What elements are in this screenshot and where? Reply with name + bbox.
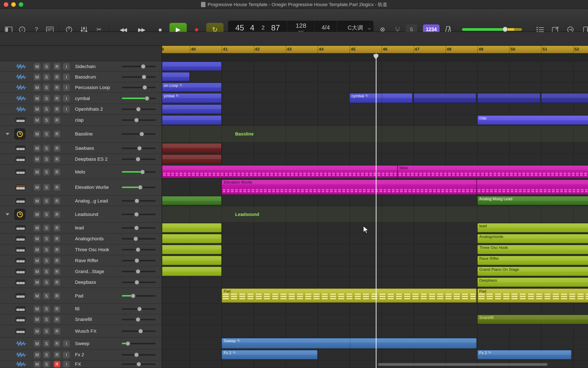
mute-button[interactable]: M <box>34 184 41 191</box>
record-enable-button[interactable]: R <box>54 95 61 101</box>
arrange-row-analogchords[interactable]: Analogchords <box>162 234 588 245</box>
slider-thumb[interactable] <box>142 85 147 90</box>
slider-thumb[interactable] <box>140 132 144 136</box>
record-enable-button[interactable]: R <box>54 184 61 191</box>
arrange-row-pad[interactable]: PadPad <box>162 288 588 304</box>
solo-button[interactable]: S <box>43 328 50 335</box>
slider-thumb[interactable] <box>137 362 141 366</box>
input-monitor-button[interactable]: I <box>63 95 70 101</box>
region-pad[interactable]: Pad <box>222 288 477 303</box>
region-ymbal[interactable]: ymbal↻ <box>162 93 222 103</box>
region-on-loop[interactable]: on Loop↻ <box>162 83 222 92</box>
slider-thumb[interactable] <box>134 199 139 203</box>
region-three-osc-hook[interactable]: Three Osc Hook <box>477 245 588 254</box>
track-header-melo[interactable]: MSRMelo <box>0 165 162 179</box>
track-header-cymbal[interactable]: MSRIcymbal <box>0 93 162 104</box>
mute-button[interactable]: M <box>34 73 41 80</box>
slider-thumb[interactable] <box>136 269 140 274</box>
arrange-row-three-osc-hook[interactable]: Three Osc Hook <box>162 245 588 255</box>
input-monitor-button[interactable]: I <box>63 361 70 367</box>
mute-button[interactable]: M <box>34 257 41 264</box>
region-analogchords[interactable]: Analogchords <box>477 234 588 243</box>
mute-button[interactable]: M <box>34 292 41 299</box>
mute-button[interactable]: M <box>34 328 41 335</box>
record-enable-button[interactable]: R <box>54 73 61 80</box>
track-header-lead[interactable]: MSRlead <box>0 223 162 234</box>
region-clap[interactable] <box>162 115 222 125</box>
arrange-row-sawbass[interactable] <box>162 143 588 154</box>
region-sidechain[interactable] <box>162 62 222 71</box>
record-enable-button[interactable]: R <box>54 279 61 286</box>
mute-button[interactable]: M <box>34 268 41 275</box>
arrange-row-fill[interactable] <box>162 304 588 314</box>
solo-button[interactable]: S <box>43 340 50 347</box>
region-grand-stage[interactable] <box>162 267 222 276</box>
solo-button[interactable]: S <box>43 279 50 286</box>
arrange-row-bassline[interactable]: Bassline <box>162 126 588 143</box>
mute-button[interactable]: M <box>34 351 41 358</box>
mute-button[interactable]: M <box>34 235 41 242</box>
arrange-row-bassdrum[interactable] <box>162 72 588 82</box>
volume-slider[interactable] <box>122 293 156 298</box>
volume-slider[interactable] <box>122 118 156 123</box>
mute-button[interactable]: M <box>34 279 41 286</box>
volume-slider[interactable] <box>122 96 156 101</box>
record-enable-button[interactable]: R <box>54 351 61 358</box>
slider-thumb[interactable] <box>134 353 139 357</box>
region-rave-riffer[interactable]: Rave Riffer <box>477 256 588 265</box>
volume-slider[interactable] <box>122 329 156 334</box>
record-enable-button[interactable]: R <box>54 246 61 253</box>
solo-button[interactable]: S <box>43 95 50 101</box>
record-enable-button[interactable]: R <box>54 340 61 347</box>
volume-slider[interactable] <box>122 225 156 231</box>
region-elevation-wurlie[interactable] <box>477 179 588 194</box>
volume-slider[interactable] <box>122 269 156 274</box>
track-name[interactable]: Sidechain <box>75 64 96 69</box>
mute-button[interactable]: M <box>34 156 41 163</box>
volume-slider[interactable] <box>122 146 156 151</box>
region-bassdrum[interactable] <box>162 72 190 81</box>
region-sawbass[interactable] <box>162 143 222 153</box>
solo-button[interactable]: S <box>43 156 50 163</box>
mute-button[interactable]: M <box>34 197 41 204</box>
track-name[interactable]: Snarefill <box>75 317 92 322</box>
track-name[interactable]: Sweep <box>75 341 89 346</box>
record-enable-button[interactable]: R <box>54 145 61 151</box>
track-header-openhihats-2[interactable]: MSRIOpenhihats 2 <box>0 104 162 115</box>
track-name[interactable]: lead <box>75 225 84 231</box>
slider-thumb[interactable] <box>139 329 143 333</box>
arrange-row-wusch-fx[interactable] <box>162 325 588 338</box>
volume-slider[interactable] <box>122 361 156 367</box>
arrange-row-deepbass[interactable]: Deepbass <box>162 277 588 288</box>
track-name[interactable]: Analog...g Lead <box>75 198 108 203</box>
track-header-sidechain[interactable]: MSRISidechain <box>0 61 162 72</box>
region-lead[interactable] <box>162 223 222 232</box>
record-enable-button[interactable]: R <box>54 168 61 175</box>
track-name[interactable]: Bassline <box>75 131 93 137</box>
solo-button[interactable]: S <box>43 361 50 367</box>
region-analog-g-lead[interactable] <box>162 196 222 205</box>
track-name[interactable]: Wusch FX <box>75 329 97 334</box>
mute-button[interactable]: M <box>34 106 41 113</box>
record-enable-button[interactable]: R <box>54 131 61 137</box>
region-snarefill[interactable]: Snarefill <box>477 315 588 324</box>
slider-thumb[interactable] <box>136 157 140 161</box>
track-header-percussion-loop[interactable]: MSRIPercussion Loop <box>0 82 162 93</box>
track-name[interactable]: Percussion Loop <box>75 85 110 90</box>
mute-button[interactable]: M <box>34 117 41 123</box>
record-enable-button[interactable]: R <box>54 328 61 335</box>
track-header-sweep[interactable]: MSRISweep <box>0 338 162 350</box>
solo-button[interactable]: S <box>43 168 50 175</box>
track-name[interactable]: Pad <box>75 293 83 298</box>
solo-button[interactable]: S <box>43 316 50 323</box>
volume-slider[interactable] <box>122 156 156 162</box>
solo-button[interactable]: S <box>43 106 50 113</box>
volume-slider[interactable] <box>122 131 156 137</box>
slider-thumb[interactable] <box>134 118 139 122</box>
slider-thumb[interactable] <box>141 64 146 68</box>
record-enable-button[interactable]: R <box>54 197 61 204</box>
record-enable-button[interactable]: R <box>54 117 61 123</box>
mute-button[interactable]: M <box>34 361 41 367</box>
mute-button[interactable]: M <box>34 340 41 347</box>
track-header-fx-2[interactable]: MSRIFx 2 <box>0 350 162 360</box>
